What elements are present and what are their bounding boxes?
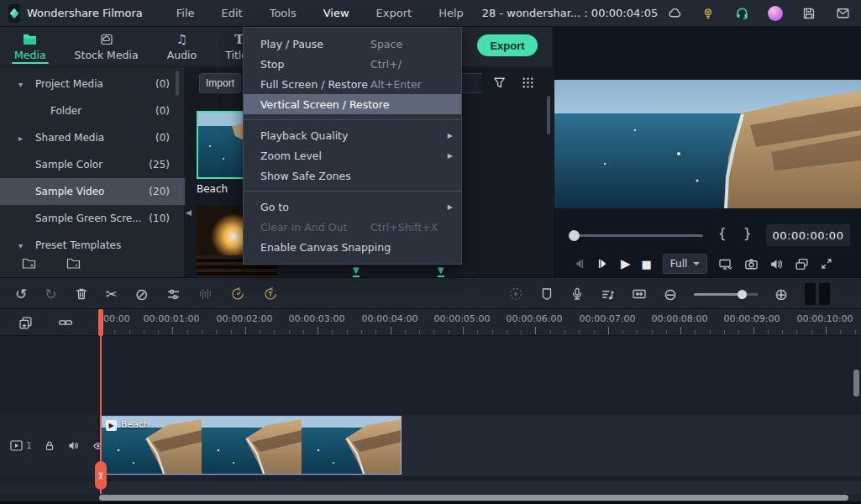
expand-arrow-icon[interactable] — [18, 241, 35, 250]
speed-ramping-icon[interactable] — [230, 286, 245, 302]
timeline-ruler[interactable]: 00:00 00:00:01:00 00:00:02:00 00:00:03:0… — [99, 309, 861, 336]
preview-timecode[interactable]: 00:00:00:00 — [766, 224, 850, 246]
grid-view-icon[interactable] — [521, 76, 535, 90]
preview-video-canvas[interactable] — [554, 80, 861, 208]
playback-quality-dropdown[interactable]: Full — [663, 254, 708, 274]
playback-controls: ▶ ■ Full — [554, 250, 861, 277]
sidebar-item[interactable]: Shared Media (0) — [0, 124, 185, 151]
volume-icon[interactable] — [769, 257, 784, 271]
cloud-icon[interactable] — [658, 0, 691, 27]
export-button[interactable]: Export — [477, 34, 538, 56]
zoom-slider-thumb[interactable] — [738, 290, 747, 299]
panel-layout-toggle[interactable] — [805, 283, 830, 305]
adjust-icon[interactable] — [166, 287, 181, 302]
text-to-speech-icon[interactable] — [263, 286, 278, 302]
feedback-mail-icon[interactable] — [826, 0, 859, 27]
timeline-zoom-slider[interactable] — [694, 288, 758, 300]
menubar-item[interactable]: File — [166, 3, 205, 23]
mute-track-icon[interactable] — [67, 439, 80, 452]
view-menu-item[interactable]: Play / Pause Space — [244, 34, 461, 54]
vertical-scrollbar-thumb[interactable] — [853, 370, 859, 396]
sidebar-item[interactable]: Sample Color (25) — [0, 151, 185, 178]
scrubber-knob[interactable] — [569, 230, 580, 241]
fit-timeline-icon[interactable] — [632, 287, 647, 301]
marker-icon[interactable] — [540, 287, 554, 301]
view-menu-item[interactable]: Full Screen / Restore Alt+Enter — [244, 74, 461, 94]
menubar-item[interactable]: Tools — [260, 3, 307, 23]
timeline-vertical-scrollbar[interactable] — [853, 366, 859, 504]
search-input[interactable] — [459, 73, 482, 93]
video-track: 1 — [0, 415, 861, 476]
stock-media-icon — [100, 33, 113, 46]
redo-icon[interactable]: ↻ — [45, 287, 56, 302]
tab-stock-media[interactable]: Stock Media — [60, 27, 153, 66]
zoom-in-icon[interactable]: ⊕ — [774, 286, 788, 302]
media-item-beach-thumbnail[interactable] — [197, 111, 245, 179]
sidebar-item-label: Sample Color — [35, 159, 149, 171]
fullscreen-icon[interactable] — [820, 257, 833, 270]
collapse-panel-icon[interactable]: ◀ — [186, 208, 192, 217]
tips-bulb-icon[interactable] — [691, 0, 725, 27]
new-folder-icon[interactable] — [22, 257, 36, 270]
next-frame-button[interactable] — [596, 257, 610, 270]
snapshot-camera-icon[interactable] — [744, 257, 759, 271]
play-button[interactable]: ▶ — [621, 256, 631, 271]
expand-arrow-icon[interactable] — [18, 80, 35, 89]
account-avatar[interactable] — [759, 0, 792, 27]
crop-icon[interactable]: ⊘ — [135, 286, 149, 302]
timeline-horizontal-scrollbar[interactable] — [0, 494, 861, 501]
view-menu-item[interactable]: Zoom Level — [244, 145, 461, 165]
picture-in-picture-icon[interactable] — [795, 257, 809, 271]
mark-out-button[interactable]: } — [743, 226, 752, 241]
menubar-item[interactable]: Export — [366, 3, 423, 23]
beat-detection-icon[interactable] — [601, 287, 615, 302]
previous-frame-button[interactable] — [572, 257, 585, 270]
split-scissors-icon[interactable]: ✂ — [106, 287, 118, 302]
download-badge-icon[interactable]: ▼ — [353, 266, 360, 277]
view-menu-item[interactable]: Show Safe Zones — [244, 165, 461, 186]
render-preview-icon[interactable] — [508, 286, 523, 302]
manage-tracks-icon[interactable] — [18, 316, 33, 330]
delete-folder-icon[interactable] — [66, 257, 81, 270]
view-menu-item[interactable]: Go to — [244, 197, 461, 217]
menubar-item[interactable]: Help — [428, 3, 474, 23]
menubar-item[interactable]: View — [313, 3, 360, 23]
sidebar-scrollbar[interactable] — [176, 71, 179, 96]
expand-arrow-icon[interactable] — [18, 134, 35, 143]
sidebar-item[interactable]: Sample Video (20) — [0, 178, 185, 205]
undo-icon[interactable]: ↺ — [15, 287, 27, 302]
delete-icon[interactable] — [75, 287, 88, 301]
support-headset-icon[interactable] — [725, 0, 759, 27]
audio-stretch-icon[interactable] — [198, 287, 213, 302]
timeline-clip-beach[interactable]: ▶ Beach — [101, 416, 402, 475]
media-sidebar: Project Media (0) Folder (0) Shared Medi — [0, 67, 185, 277]
view-menu-item[interactable]: Enable Canvas Snapping — [244, 237, 461, 257]
zoom-out-icon[interactable]: ⊖ — [664, 286, 677, 302]
menubar-item[interactable]: Edit — [212, 3, 253, 23]
link-clips-icon[interactable] — [58, 317, 73, 328]
tab-media[interactable]: Media — [0, 27, 60, 66]
stop-button[interactable]: ■ — [642, 258, 652, 270]
horizontal-scrollbar-thumb[interactable] — [99, 495, 848, 501]
timeline-toolbar: ↺ ↻ ✂ ⊘ — [0, 277, 861, 309]
filter-icon[interactable] — [492, 76, 507, 90]
view-menu-item[interactable]: Clear In And Out Ctrl+Shift+X — [244, 217, 461, 237]
sidebar-item[interactable]: Sample Green Scre... (10) — [0, 205, 185, 232]
playhead-scissors-handle[interactable]: ✂ — [95, 461, 107, 490]
scrubber-track[interactable] — [569, 234, 703, 237]
sidebar-item[interactable]: Project Media (0) — [0, 71, 185, 97]
voiceover-mic-icon[interactable] — [570, 287, 584, 301]
media-panel-scrollbar[interactable] — [547, 96, 550, 134]
view-menu-item[interactable]: Playback Quality — [244, 125, 461, 145]
view-menu-item[interactable]: Stop Ctrl+/ — [244, 54, 461, 74]
playhead-marker[interactable] — [98, 309, 103, 336]
lock-icon[interactable] — [44, 440, 55, 452]
download-badge-icon[interactable]: ▼ — [438, 266, 444, 277]
mark-in-button[interactable]: { — [718, 226, 727, 241]
view-menu-item[interactable]: Vertical Screen / Restore — [244, 94, 461, 114]
tab-audio[interactable]: ♫ Audio — [153, 27, 212, 66]
sidebar-item[interactable]: Folder (0) — [0, 97, 185, 124]
save-icon[interactable] — [792, 0, 826, 27]
import-button[interactable]: Import — [199, 73, 241, 93]
display-device-icon[interactable] — [718, 257, 733, 271]
